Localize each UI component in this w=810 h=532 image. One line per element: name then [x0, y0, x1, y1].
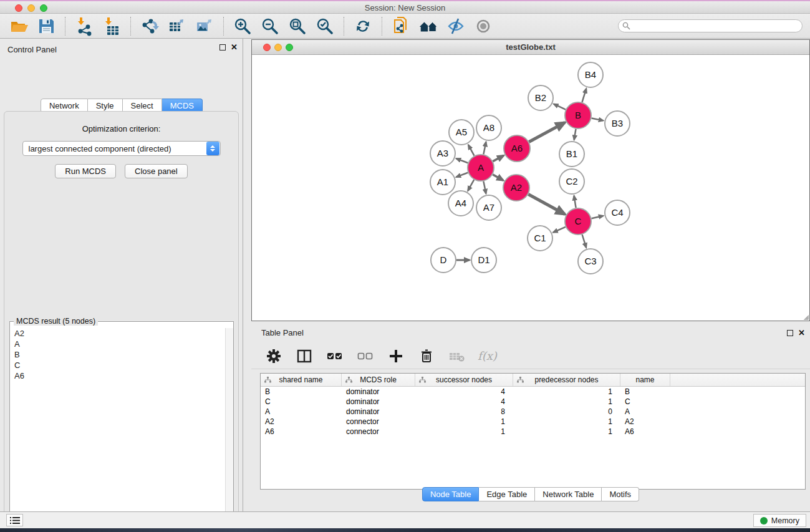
table-cell[interactable]: 8	[415, 407, 513, 417]
home-icon[interactable]	[418, 16, 438, 36]
edge-C-C1[interactable]	[553, 227, 566, 233]
table-cell[interactable]: A2	[620, 417, 670, 427]
table-cell[interactable]: 1	[513, 417, 620, 427]
close-panel-button[interactable]: Close panel	[125, 164, 188, 178]
hide-graphics-details-icon[interactable]	[446, 16, 466, 36]
edge-A-A1[interactable]	[456, 173, 468, 177]
node-A1[interactable]: A1	[430, 170, 455, 195]
search-input[interactable]	[618, 19, 803, 32]
table-row[interactable]: Bdominator41B	[261, 387, 805, 397]
node-A4[interactable]: A4	[448, 191, 473, 216]
edge-C-C4[interactable]	[591, 216, 603, 218]
column-view-icon[interactable]	[294, 346, 314, 366]
export-network-icon[interactable]	[140, 16, 160, 36]
edge-A-A2[interactable]	[493, 175, 503, 180]
edge-A2-C[interactable]	[528, 195, 565, 215]
result-item[interactable]: A	[11, 339, 224, 349]
zoom-in-icon[interactable]	[233, 16, 253, 36]
node-C4[interactable]: C4	[605, 200, 630, 225]
node-A[interactable]: A	[468, 155, 494, 181]
table-row[interactable]: Adominator80A	[261, 407, 805, 417]
tab-network-table[interactable]: Network Table	[535, 487, 602, 501]
table-cell[interactable]: A	[261, 407, 342, 417]
column-header-name[interactable]: name	[620, 374, 670, 386]
float-panel-icon[interactable]	[219, 44, 226, 51]
table-cell[interactable]: A6	[620, 427, 670, 437]
edge-A-A4[interactable]	[468, 180, 474, 191]
node-A8[interactable]: A8	[476, 115, 501, 140]
table-cell[interactable]: 1	[513, 427, 620, 437]
table-cell[interactable]: B	[261, 387, 342, 397]
node-D[interactable]: D	[431, 248, 456, 273]
edge-A-A8[interactable]	[483, 142, 486, 155]
node-C1[interactable]: C1	[528, 226, 552, 251]
resize-grip[interactable]	[799, 311, 809, 320]
result-item[interactable]: C	[11, 360, 224, 370]
criterion-dropdown[interactable]: largest connected component (directed)	[22, 141, 221, 156]
node-A6[interactable]: A6	[504, 135, 530, 162]
node-C2[interactable]: C2	[559, 169, 584, 194]
network-file-icon[interactable]	[391, 16, 411, 36]
table-row[interactable]: A6connector11A6	[261, 427, 805, 437]
zoom-out-icon[interactable]	[260, 16, 280, 36]
node-table[interactable]: shared nameMCDS rolesuccessor nodesprede…	[260, 373, 806, 490]
table-cell[interactable]: B	[620, 387, 670, 397]
float-table-panel-icon[interactable]	[787, 330, 793, 336]
node-C[interactable]: C	[565, 208, 591, 235]
node-A2[interactable]: A2	[503, 175, 529, 201]
show-eye-icon[interactable]	[473, 16, 493, 36]
table-cell[interactable]: 1	[513, 397, 620, 407]
table-cell[interactable]: 0	[513, 407, 620, 417]
table-cell[interactable]: dominator	[342, 407, 415, 417]
table-cell[interactable]: A2	[261, 417, 342, 427]
node-A5[interactable]: A5	[449, 120, 474, 145]
node-B3[interactable]: B3	[605, 111, 630, 136]
result-item[interactable]: B	[11, 349, 224, 360]
node-C3[interactable]: C3	[578, 249, 603, 274]
tab-node-table[interactable]: Node Table	[422, 487, 480, 501]
edge-C-C2[interactable]	[574, 196, 576, 208]
table-cell[interactable]: 4	[415, 397, 513, 407]
delete-column-icon[interactable]	[417, 346, 436, 366]
select-all-icon[interactable]	[325, 346, 345, 366]
table-cell[interactable]: dominator	[342, 387, 415, 397]
memory-button[interactable]: Memory	[753, 514, 806, 527]
table-cell[interactable]: 1	[415, 427, 513, 437]
refresh-icon[interactable]	[353, 16, 373, 36]
table-row[interactable]: Cdominator41C	[261, 397, 805, 407]
run-mcds-button[interactable]: Run MCDS	[55, 164, 116, 178]
close-panel-icon[interactable]: ✕	[231, 44, 238, 51]
open-session-icon[interactable]	[9, 16, 29, 36]
result-scrollbar[interactable]	[225, 328, 233, 532]
export-image-icon[interactable]	[195, 16, 215, 36]
deselect-all-icon[interactable]	[355, 346, 375, 366]
add-column-icon[interactable]	[386, 346, 406, 366]
node-B1[interactable]: B1	[559, 142, 584, 167]
edge-A-A5[interactable]	[468, 145, 475, 155]
export-table-icon[interactable]	[167, 16, 187, 36]
table-cell[interactable]: connector	[342, 417, 415, 427]
import-network-icon[interactable]	[74, 16, 94, 36]
table-cell[interactable]: C	[261, 397, 342, 407]
tab-motifs[interactable]: Motifs	[602, 487, 639, 501]
table-cell[interactable]: 1	[415, 417, 513, 427]
network-canvas[interactable]: B4B2BB3A8A5A6A3B1AA1C2A2A4A7C4CC1C3DD1	[252, 55, 809, 321]
function-builder-icon[interactable]: f(x)	[478, 349, 497, 362]
edge-A-A7[interactable]	[483, 181, 486, 194]
edge-A-A3[interactable]	[456, 158, 468, 163]
column-header-predecessor-nodes[interactable]: predecessor nodes	[513, 374, 620, 386]
close-table-panel-icon[interactable]: ✕	[798, 330, 805, 336]
table-cell[interactable]: 1	[513, 387, 620, 397]
zoom-selected-icon[interactable]	[315, 16, 335, 36]
node-A7[interactable]: A7	[476, 195, 501, 220]
edge-B-B2[interactable]	[554, 104, 566, 110]
table-row[interactable]: A2connector11A2	[261, 417, 805, 427]
node-A3[interactable]: A3	[430, 141, 455, 166]
node-B[interactable]: B	[565, 102, 591, 128]
edge-C-C3[interactable]	[582, 235, 587, 248]
edge-A-A6[interactable]	[493, 155, 503, 161]
result-item[interactable]: A2	[11, 328, 224, 339]
result-item[interactable]: A6	[11, 370, 224, 381]
column-header-shared-name[interactable]: shared name	[261, 374, 342, 386]
edge-A6-B[interactable]	[529, 122, 565, 142]
